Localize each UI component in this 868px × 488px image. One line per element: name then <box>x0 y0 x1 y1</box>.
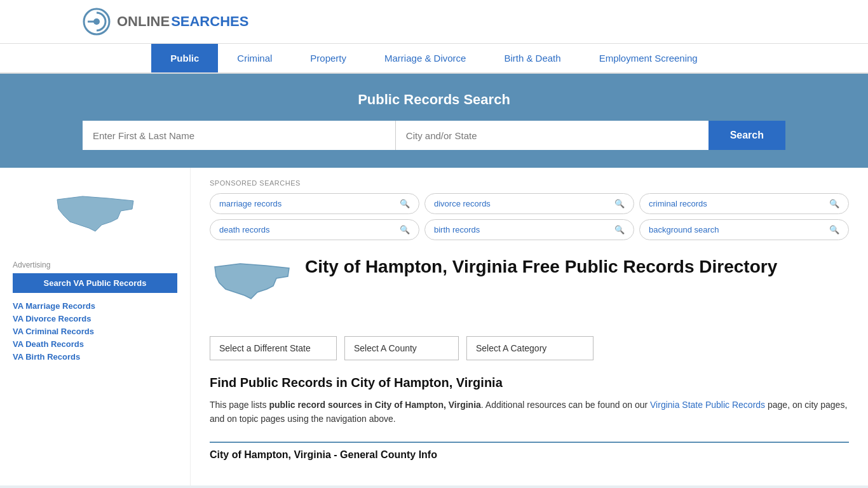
sidebar: Advertising Search VA Public Records VA … <box>0 168 191 485</box>
list-item: VA Divorce Records <box>13 313 177 323</box>
logo[interactable]: ONLINE SEARCHES <box>83 8 248 36</box>
search-icon: 🔍 <box>614 225 625 234</box>
main-content: SPONSORED SEARCHES marriage records 🔍 di… <box>191 168 868 485</box>
svg-point-1 <box>93 18 100 25</box>
page-title: City of Hampton, Virginia Free Public Re… <box>305 255 777 278</box>
nav-marriage-divorce[interactable]: Marriage & Divorce <box>365 44 485 72</box>
page-title-section: City of Hampton, Virginia Free Public Re… <box>210 255 849 321</box>
sponsored-label-death: death records <box>219 225 270 234</box>
search-form: Search <box>83 121 785 150</box>
search-icon: 🔍 <box>614 199 625 208</box>
location-input[interactable] <box>396 121 709 150</box>
search-icon: 🔍 <box>829 225 839 234</box>
dropdown-row: Select a Different State Select A County… <box>210 336 849 360</box>
list-item: VA Birth Records <box>13 351 177 362</box>
find-bold: public record sources in City of Hampton… <box>269 400 480 410</box>
find-text-1: This page lists <box>210 400 269 410</box>
header: ONLINE SEARCHES <box>0 0 868 44</box>
sponsored-label-criminal: criminal records <box>649 199 707 208</box>
search-button[interactable]: Search <box>709 121 785 150</box>
category-dropdown[interactable]: Select A Category <box>466 336 593 360</box>
logo-icon <box>83 8 111 36</box>
county-info-header: City of Hampton, Virginia - General Coun… <box>210 442 849 467</box>
va-birth-link[interactable]: VA Birth Records <box>13 352 80 362</box>
logo-online: ONLINE <box>117 13 170 30</box>
va-divorce-link[interactable]: VA Divorce Records <box>13 314 92 323</box>
sponsored-item-birth[interactable]: birth records 🔍 <box>424 219 634 240</box>
nav-public[interactable]: Public <box>151 44 218 72</box>
search-icon: 🔍 <box>400 199 410 208</box>
virginia-map-icon <box>51 187 140 250</box>
search-icon: 🔍 <box>400 225 410 234</box>
search-va-button[interactable]: Search VA Public Records <box>13 273 177 293</box>
sponsored-item-marriage[interactable]: marriage records 🔍 <box>210 193 419 214</box>
va-death-link[interactable]: VA Death Records <box>13 339 84 349</box>
nav-property[interactable]: Property <box>291 44 365 72</box>
nav-employment[interactable]: Employment Screening <box>580 44 717 72</box>
sponsored-section: SPONSORED SEARCHES marriage records 🔍 di… <box>210 179 849 240</box>
list-item: VA Marriage Records <box>13 301 177 311</box>
sponsored-grid: marriage records 🔍 divorce records 🔍 cri… <box>210 193 849 240</box>
advertising-label: Advertising <box>13 261 177 269</box>
nav-criminal[interactable]: Criminal <box>218 44 291 72</box>
sidebar-va-map <box>13 180 177 250</box>
state-map-container <box>210 255 292 321</box>
nav-birth-death[interactable]: Birth & Death <box>485 44 580 72</box>
sponsored-label-birth: birth records <box>434 225 480 234</box>
va-marriage-link[interactable]: VA Marriage Records <box>13 301 95 311</box>
search-banner-title: Public Records Search <box>83 92 785 108</box>
sponsored-label-divorce: divorce records <box>434 199 491 208</box>
logo-searches: SEARCHES <box>171 13 248 30</box>
find-text-2: . Additional resources can be found on o… <box>481 400 650 410</box>
sponsored-label-marriage: marriage records <box>219 199 281 208</box>
find-records-text: This page lists public record sources in… <box>210 398 849 426</box>
state-dropdown[interactable]: Select a Different State <box>210 336 337 360</box>
sidebar-links: VA Marriage Records VA Divorce Records V… <box>13 301 177 362</box>
search-banner: Public Records Search Search <box>0 74 868 168</box>
sponsored-label-background: background search <box>649 225 719 234</box>
find-records-title: Find Public Records in City of Hampton, … <box>210 376 849 390</box>
sponsored-item-background[interactable]: background search 🔍 <box>639 219 849 240</box>
va-criminal-link[interactable]: VA Criminal Records <box>13 327 94 336</box>
name-input[interactable] <box>83 121 396 150</box>
sponsored-item-criminal[interactable]: criminal records 🔍 <box>639 193 849 214</box>
state-map-icon <box>210 255 292 319</box>
list-item: VA Criminal Records <box>13 326 177 336</box>
list-item: VA Death Records <box>13 339 177 349</box>
virginia-state-link[interactable]: Virginia State Public Records <box>650 400 765 410</box>
find-records-section: Find Public Records in City of Hampton, … <box>210 376 849 426</box>
sponsored-item-divorce[interactable]: divorce records 🔍 <box>424 193 634 214</box>
county-dropdown[interactable]: Select A County <box>344 336 459 360</box>
sponsored-item-death[interactable]: death records 🔍 <box>210 219 419 240</box>
sponsored-label: SPONSORED SEARCHES <box>210 179 849 187</box>
main-nav: Public Criminal Property Marriage & Divo… <box>0 44 868 74</box>
search-icon: 🔍 <box>829 199 839 208</box>
